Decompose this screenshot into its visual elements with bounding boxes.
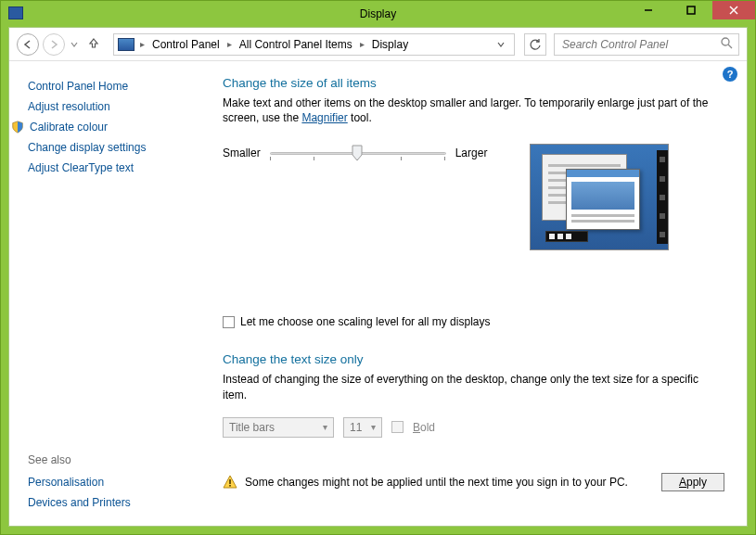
search-input[interactable] [560,37,709,52]
refresh-button[interactable] [524,33,546,56]
client-area: ▸ Control Panel ▸ All Control Panel Item… [8,27,748,527]
svg-rect-6 [229,479,231,484]
bold-checkbox[interactable] [391,421,404,433]
minimize-button[interactable] [627,1,670,19]
see-also-heading: See also [28,453,195,466]
svg-rect-7 [229,485,231,487]
desc-text: Make text and other items on the desktop… [223,96,708,124]
chevron-right-icon[interactable]: ▸ [225,39,234,49]
sidebar-item-label: Personalisation [28,476,104,489]
back-button[interactable] [17,33,39,56]
calibrate-colour-link[interactable]: Calibrate colour [28,121,195,134]
section-text-size-description: Instead of changing the size of everythi… [223,372,724,401]
sidebar-item-label: Devices and Printers [28,496,131,509]
svg-line-5 [728,45,732,48]
scaling-level-checkbox-row: Let me choose one scaling level for all … [223,315,724,328]
devices-and-printers-link[interactable]: Devices and Printers [28,496,195,509]
control-panel-home-link[interactable]: Control Panel Home [28,80,195,93]
sidebar-home-label: Control Panel Home [28,80,128,93]
section-size-all-description: Make text and other items on the desktop… [223,96,724,125]
magnifier-link[interactable]: Magnifier [301,111,347,124]
navigation-bar: ▸ Control Panel ▸ All Control Panel Item… [9,28,747,61]
adjust-resolution-link[interactable]: Adjust resolution [28,100,195,113]
adjust-cleartype-link[interactable]: Adjust ClearType text [28,161,195,174]
maximize-button[interactable] [670,1,712,19]
personalisation-link[interactable]: Personalisation [28,476,195,489]
sidebar-item-label: Adjust ClearType text [28,161,134,174]
bold-label[interactable]: Bold [413,421,435,434]
forward-button[interactable] [43,33,65,56]
address-dropdown[interactable] [492,38,510,51]
breadcrumb-root[interactable]: Control Panel [147,34,225,55]
scaling-preview-image [530,144,669,250]
desc-text: tool. [348,111,372,124]
warning-icon [223,475,237,490]
address-bar[interactable]: ▸ Control Panel ▸ All Control Panel Item… [113,33,515,56]
titlebar[interactable]: Display [1,1,755,27]
slider-max-label: Larger [455,146,488,159]
select-value: Title bars [229,421,275,434]
window-title: Display [360,7,396,20]
scaling-level-label[interactable]: Let me choose one scaling level for all … [240,315,490,328]
shield-icon [11,121,24,134]
section-size-all-title: Change the size of all items [223,76,724,90]
app-icon [8,6,23,19]
warning-text: Some changes might not be applied until … [245,476,628,489]
window-controls [627,1,755,19]
scaling-slider-row: Smaller Larger [223,144,487,162]
chevron-right-icon[interactable]: ▸ [358,39,366,49]
chevron-right-icon[interactable]: ▸ [138,39,147,49]
scaling-level-checkbox[interactable] [223,316,235,328]
svg-point-4 [722,38,729,45]
recent-dropdown[interactable] [69,38,80,51]
breadcrumb-leaf[interactable]: Display [366,34,414,55]
scaling-slider[interactable] [270,144,446,162]
sidebar: Control Panel Home Adjust resolution Cal… [9,61,195,526]
sidebar-item-label: Change display settings [28,141,146,154]
apply-button[interactable]: Apply [661,473,724,491]
window-frame: Display [0,0,756,535]
chevron-down-icon: ▾ [371,422,376,432]
chevron-down-icon: ▾ [323,422,327,432]
text-size-controls: Title bars ▾ 11 ▾ Bold [223,417,724,438]
slider-thumb[interactable] [352,145,363,161]
content-body: ? Control Panel Home Adjust resolution C… [9,61,747,526]
up-button[interactable] [83,36,104,52]
search-box[interactable] [554,33,739,56]
change-display-settings-link[interactable]: Change display settings [28,141,195,154]
breadcrumb-mid[interactable]: All Control Panel Items [234,34,358,55]
section-text-size-title: Change the text size only [223,352,724,366]
size-select[interactable]: 11 ▾ [343,417,382,438]
control-panel-icon [118,38,135,51]
main-panel: Change the size of all items Make text a… [195,61,747,526]
select-value: 11 [350,421,362,434]
svg-rect-1 [687,6,695,14]
search-icon[interactable] [721,37,733,52]
slider-min-label: Smaller [223,146,261,159]
sidebar-item-label: Calibrate colour [30,121,108,134]
footer-row: Some changes might not be applied until … [223,465,724,504]
close-button[interactable] [712,1,755,19]
sidebar-item-label: Adjust resolution [28,100,110,113]
item-select[interactable]: Title bars ▾ [223,417,334,438]
